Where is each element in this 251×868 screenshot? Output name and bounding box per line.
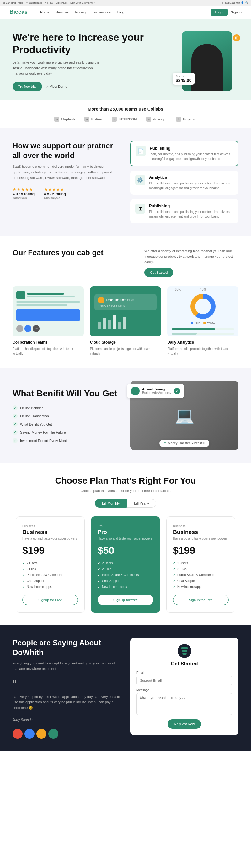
ratings: ★★★★★ 4.9 / 5 rating databricks ★★★★★ 4.… bbox=[12, 187, 121, 200]
plan-3-feat-3: Public Share & Comments bbox=[173, 573, 229, 577]
login-button[interactable]: Login bbox=[211, 9, 228, 16]
get-started-logo bbox=[178, 644, 191, 658]
plan-1-feat-1: 2 Users bbox=[22, 561, 78, 565]
feature-3-desc: Platform handle projects together with t… bbox=[167, 346, 239, 356]
topbar-item[interactable]: Edit Page bbox=[56, 1, 68, 4]
plan-3-name: Business bbox=[173, 529, 229, 536]
plan-3-feat-5: New income apps bbox=[173, 585, 229, 589]
hero-headline: We're here to Increase your Productivity bbox=[12, 31, 176, 56]
benefit-item-1: Online Banking bbox=[12, 405, 121, 410]
pricing-toggle: Bill Monthly Bill Yearly bbox=[12, 499, 239, 508]
pricing-subtitle: Choose plan that works best for you, fee… bbox=[12, 489, 239, 493]
toggle-yearly[interactable]: Bill Yearly bbox=[127, 499, 156, 508]
nav-pricing[interactable]: Pricing bbox=[75, 10, 86, 14]
transfer-badge: ⊙ Money Transfer Succesfull bbox=[159, 440, 210, 447]
email-input[interactable] bbox=[136, 676, 232, 685]
features-description: We offer a variety of interesting featur… bbox=[144, 248, 239, 265]
score-2: 4.5 / 5 rating bbox=[44, 192, 66, 196]
pricing-card-3: Business Business Have a go and taste yo… bbox=[166, 517, 235, 613]
topbar-item[interactable]: + New bbox=[45, 1, 53, 4]
avatar-2 bbox=[25, 729, 34, 739]
features-get-started-button[interactable]: Get Started bbox=[144, 268, 173, 277]
hero-description: Let's make your work more organize and e… bbox=[12, 60, 100, 76]
notification-icon: ⊞ bbox=[235, 36, 238, 40]
plan-2-signup[interactable]: Signup for free bbox=[98, 595, 153, 605]
plan-3-price: $199 bbox=[173, 545, 229, 556]
feature-card-2-desc: Plan, collaborate, and publishing your c… bbox=[149, 181, 233, 190]
toggle-monthly[interactable]: Bill Monthly bbox=[95, 499, 127, 508]
feature-card-3-desc: Plan, collaborate, and publishing your c… bbox=[149, 210, 233, 219]
plan-1-price: $199 bbox=[22, 545, 78, 556]
pricing-cards: Business Business Have a go and taste yo… bbox=[12, 517, 239, 613]
laptop-icon: 💻 bbox=[175, 406, 194, 425]
topbar-admin[interactable]: Howdy, admin 👤 🔍 bbox=[222, 1, 249, 4]
feature-card-1-title: Publishing bbox=[150, 146, 233, 151]
topbar-item[interactable]: ✏ Customize bbox=[26, 1, 42, 4]
feature-1-name: Collboration Teams bbox=[12, 340, 84, 345]
feature-card-3: ⊞ Publishing Plan, collaborate, and publ… bbox=[130, 199, 239, 223]
benefit-item-5: Investment Report Every Month bbox=[12, 438, 121, 443]
nav-services[interactable]: Services bbox=[56, 10, 69, 14]
feature-card-1-content: Publishing Plan, collaborate, and publis… bbox=[150, 146, 233, 161]
notion-icon: N bbox=[85, 117, 89, 122]
price-value: $245.00 bbox=[176, 78, 192, 83]
logo-coin-2 bbox=[182, 650, 187, 652]
feature-3-name: Daily Analytics bbox=[167, 340, 239, 345]
topbar-item[interactable]: Edit with Elementor bbox=[70, 1, 95, 4]
logo-descript: d descript bbox=[146, 117, 166, 122]
plan-2-feat-3: Public Share & Comments bbox=[98, 573, 153, 577]
notification-badge: ⊞ bbox=[233, 34, 240, 41]
logo-unplash-1: U Unplash bbox=[54, 117, 75, 122]
features-title-block: Our Features you cab get bbox=[12, 248, 103, 257]
benefit-section: What Benifit Will You Get Online Banking… bbox=[0, 368, 251, 463]
source-2: Chainalysis bbox=[44, 196, 66, 200]
rating-1: ★★★★★ 4.9 / 5 rating databricks bbox=[12, 187, 34, 200]
nav-home[interactable]: Home bbox=[40, 10, 49, 14]
feature-box-1: ••• Collboration Teams Platform handle p… bbox=[12, 286, 84, 356]
hero-image: ⊞ Start at $245.00 bbox=[176, 31, 239, 91]
nav-blog[interactable]: Blog bbox=[117, 10, 124, 14]
plan-1-signup[interactable]: Signup for Free bbox=[22, 595, 78, 605]
support-section: How we support our pratner all over the … bbox=[0, 128, 251, 236]
message-textarea[interactable] bbox=[136, 693, 232, 715]
hero-section: We're here to Increase your Productivity… bbox=[0, 19, 251, 100]
topbar-item[interactable]: ⊞ Landing Page bbox=[2, 1, 23, 4]
trusted-logos: U Unplash N Notion I INTERCOM d descript… bbox=[12, 117, 239, 122]
feature-1-desc: Platform handle projects together with t… bbox=[12, 346, 84, 356]
play-icon: ▷ bbox=[46, 84, 48, 88]
plan-1-feat-5: New income apps bbox=[22, 585, 78, 589]
user-avatar bbox=[131, 386, 139, 396]
get-started-title: Get Started bbox=[136, 661, 232, 667]
nav-links: Home Services Pricing Testimonials Blog bbox=[40, 10, 211, 14]
support-right: 📄 Publishing Plan, collaborate, and publ… bbox=[130, 141, 239, 223]
stars-2: ★★★★★ bbox=[44, 187, 66, 192]
testimonial-quote: I am very helped by this li wallet appli… bbox=[12, 694, 121, 711]
email-field-wrapper: Email bbox=[136, 671, 232, 685]
plan-3-feat-2: 2 Files bbox=[173, 567, 229, 571]
nav-logo: Biccas bbox=[9, 9, 28, 16]
plan-2-name: Pro bbox=[98, 529, 153, 536]
nav-testimonials[interactable]: Testimonials bbox=[92, 10, 111, 14]
request-button[interactable]: Request Now bbox=[167, 719, 201, 729]
cloud-file-name: Document File bbox=[106, 298, 134, 302]
testimonials-right: Get Started Email Message Request Now bbox=[130, 638, 239, 739]
features-title: Our Features you cab get bbox=[12, 248, 103, 257]
publishing-icon-2: ⊞ bbox=[135, 204, 145, 214]
view-demo-button[interactable]: ▷ View Demo bbox=[46, 84, 67, 88]
free-trial-button[interactable]: Try free trial bbox=[12, 82, 42, 91]
get-started-card: Get Started Email Message Request Now bbox=[130, 638, 239, 735]
feature-card-2: ⚙️ Analytics Plan, collaborate, and publ… bbox=[130, 170, 239, 195]
rating-2: ★★★★★ 4.5 / 5 rating Chainalysis bbox=[44, 187, 66, 200]
plan-2-feat-4: Chat Support bbox=[98, 579, 153, 583]
feature-card-2-content: Analytics Plan, collaborate, and publish… bbox=[149, 175, 233, 190]
logo-notion: N Notion bbox=[85, 117, 102, 122]
message-field-wrapper: Message bbox=[136, 688, 232, 716]
price-label: Start at bbox=[176, 74, 192, 78]
unplash-icon: U bbox=[54, 117, 59, 122]
plan-2-feat-5: New income apps bbox=[98, 585, 153, 589]
plan-2-feat-1: 2 Users bbox=[98, 561, 153, 565]
signup-button[interactable]: Signup bbox=[231, 10, 242, 14]
transfer-icon: ⊙ bbox=[164, 441, 166, 445]
plan-3-signup[interactable]: Signup for Free bbox=[173, 595, 229, 605]
cloud-visual: Document File 4.56 GB / 5058 Items bbox=[90, 286, 161, 337]
